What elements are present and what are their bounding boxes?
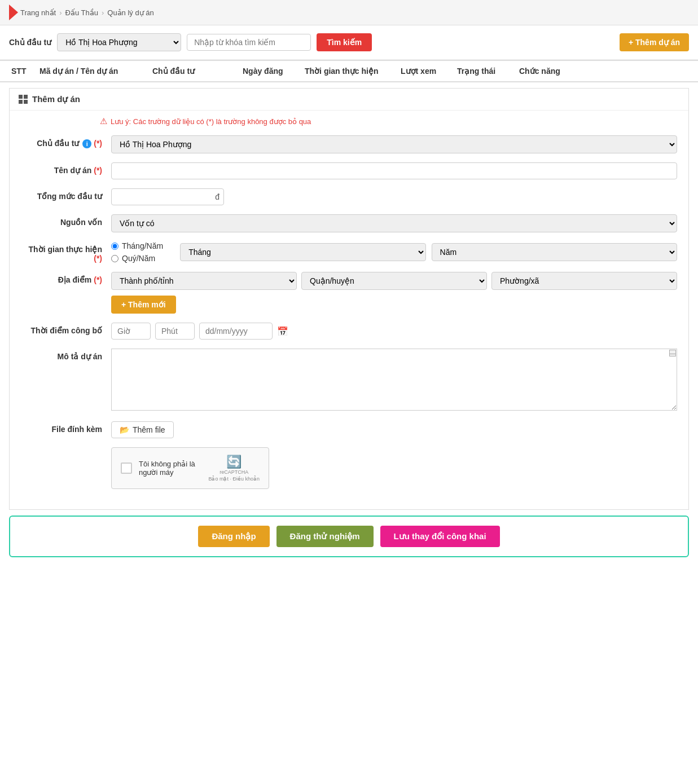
folder-icon: 📂: [120, 425, 129, 434]
phuong-xa-select[interactable]: Phường/xã: [491, 272, 677, 290]
form-title-text: Thêm dự án: [32, 94, 80, 104]
thanh-pho-select[interactable]: Thành phố/tỉnh: [111, 272, 297, 290]
add-project-form: Thêm dự án ⚠ Lưu ý: Các trường dữ liệu c…: [9, 88, 689, 510]
search-button[interactable]: Tìm kiếm: [317, 33, 372, 51]
file-control: 📂 Thêm file: [111, 421, 677, 438]
captcha-footer: Bảo mật · Điều khoản: [208, 476, 260, 482]
file-row: File đính kèm 📂 Thêm file: [21, 421, 677, 438]
breadcrumb-arrow-icon: [9, 5, 18, 20]
info-icon: i: [82, 139, 91, 148]
thoi-diem-label: Thời điểm công bố: [21, 323, 111, 335]
ten-du-an-input[interactable]: [111, 162, 677, 179]
search-input[interactable]: [187, 34, 311, 51]
thoi-gian-row: Thời gian thực hiện (*) Tháng/Năm Quý/Nă…: [21, 241, 677, 263]
chu-dau-tu-label: Chủ đầu tư: [9, 38, 51, 47]
file-label: File đính kèm: [21, 421, 111, 434]
form-title: Thêm dự án: [10, 89, 688, 111]
mo-ta-control: —: [111, 349, 677, 412]
warning-text: Lưu ý: Các trường dữ liệu có (*) là trườ…: [111, 117, 311, 126]
dia-diem-row: Địa điểm (*) Thành phố/tỉnh Quận/huyện P…: [21, 272, 677, 314]
location-row: Thành phố/tỉnh Quận/huyện Phường/xã: [111, 272, 677, 290]
radio-quy-nam-label[interactable]: Quý/Năm: [111, 254, 163, 263]
col-thoi-gian: Thời gian thực hiện: [302, 67, 398, 76]
col-luot-xem: Lượt xem: [398, 67, 455, 76]
captcha-area: Tôi không phải là người máy 🔄 reCAPTCHA …: [21, 447, 677, 489]
textarea-wrapper: —: [111, 349, 677, 412]
col-ma-du-an: Mã dự án / Tên dự án: [37, 67, 150, 76]
nguon-von-row: Nguồn vốn Vốn tự có Vốn nhà nước Vốn ODA: [21, 214, 677, 232]
thoi-gian-time-row: Tháng/Năm Quý/Năm Tháng Năm: [111, 241, 677, 263]
breadcrumb-sep-2: ›: [102, 8, 104, 17]
thang-select[interactable]: Tháng: [180, 243, 425, 261]
dang-thu-nghiem-button[interactable]: Đăng thử nghiệm: [276, 526, 374, 547]
scroll-indicator: —: [669, 350, 676, 356]
radio-thang-nam-label[interactable]: Tháng/Năm: [111, 241, 163, 250]
calendar-icon: 📅: [277, 326, 288, 337]
dang-nhap-button[interactable]: Đăng nhập: [198, 526, 269, 547]
breadcrumb-item-home[interactable]: Trang nhất: [20, 8, 56, 17]
tong-muc-currency-wrapper: đ: [111, 188, 224, 205]
warning-row: ⚠ Lưu ý: Các trường dữ liệu có (*) là tr…: [21, 116, 677, 126]
tong-muc-row: Tổng mức đầu tư đ: [21, 188, 677, 205]
mo-ta-textarea[interactable]: [111, 349, 677, 411]
thoi-gian-required: (*): [94, 254, 102, 263]
breadcrumb: Trang nhất › Đấu Thầu › Quản lý dự án: [0, 0, 698, 25]
phut-input[interactable]: [155, 323, 195, 340]
dia-diem-control: Thành phố/tỉnh Quận/huyện Phường/xã + Th…: [111, 272, 677, 314]
chu-dau-tu-select[interactable]: Hồ Thị Hoa Phượng: [57, 33, 181, 51]
thoi-gian-label: Thời gian thực hiện (*): [21, 241, 111, 263]
captcha-checkbox[interactable]: [121, 463, 132, 474]
currency-symbol: đ: [215, 192, 220, 201]
them-file-button[interactable]: 📂 Thêm file: [111, 421, 174, 438]
tong-muc-label: Tổng mức đầu tư: [21, 188, 111, 201]
date-input[interactable]: [199, 323, 273, 340]
nam-select[interactable]: Năm: [432, 243, 677, 261]
tong-muc-control: đ: [111, 188, 677, 205]
radio-thang-nam[interactable]: [111, 243, 118, 250]
luu-thay-doi-button[interactable]: Lưu thay đổi công khai: [380, 526, 500, 547]
chu-dau-tu-field-select[interactable]: Hồ Thị Hoa Phượng: [111, 135, 677, 153]
ten-du-an-label: Tên dự án (*): [21, 162, 111, 175]
add-project-button[interactable]: + Thêm dự án: [620, 33, 689, 51]
dia-diem-required: (*): [94, 275, 102, 284]
ten-du-an-control: [111, 162, 677, 179]
thoi-diem-control: 📅: [111, 323, 677, 340]
dia-diem-label: Địa điểm (*): [21, 272, 111, 284]
col-chuc-nang: Chức năng: [517, 67, 585, 76]
recaptcha-label: reCAPTCHA: [220, 469, 248, 475]
warning-icon: ⚠: [100, 116, 107, 126]
thoi-gian-control: Tháng/Năm Quý/Năm Tháng Năm: [111, 241, 677, 263]
captcha-text: Tôi không phải là người máy: [139, 460, 201, 477]
tong-muc-input[interactable]: [111, 188, 224, 205]
ten-du-an-row: Tên dự án (*): [21, 162, 677, 179]
breadcrumb-item-dau-thau[interactable]: Đấu Thầu: [65, 8, 98, 17]
chu-dau-tu-required: (*): [94, 139, 102, 148]
breadcrumb-sep-1: ›: [59, 8, 62, 17]
radio-quy-nam[interactable]: [111, 255, 118, 262]
ten-du-an-required: (*): [94, 166, 102, 175]
thoi-gian-radio-group: Tháng/Năm Quý/Năm: [111, 241, 163, 263]
col-ngay-dang: Ngày đăng: [240, 67, 302, 76]
recaptcha-icon: 🔄: [226, 455, 242, 469]
chu-dau-tu-field-label: Chủ đầu tư i (*): [21, 135, 111, 148]
quan-huyen-select[interactable]: Quận/huyện: [301, 272, 487, 290]
nguon-von-control: Vốn tự có Vốn nhà nước Vốn ODA: [111, 214, 677, 232]
captcha-box: Tôi không phải là người máy 🔄 reCAPTCHA …: [111, 447, 269, 489]
chu-dau-tu-control: Hồ Thị Hoa Phượng: [111, 135, 677, 153]
them-moi-button[interactable]: + Thêm mới: [111, 296, 176, 314]
nguon-von-select[interactable]: Vốn tự có Vốn nhà nước Vốn ODA: [111, 214, 677, 232]
mo-ta-row: Mô tả dự án —: [21, 349, 677, 412]
col-stt: STT: [9, 67, 37, 76]
gio-input[interactable]: [111, 323, 151, 340]
datetime-row: 📅: [111, 323, 677, 340]
captcha-logo: 🔄 reCAPTCHA Bảo mật · Điều khoản: [208, 455, 260, 482]
form-body: ⚠ Lưu ý: Các trường dữ liệu có (*) là tr…: [10, 111, 688, 509]
table-header: STT Mã dự án / Tên dự án Chủ đầu tư Ngày…: [0, 60, 698, 82]
breadcrumb-item-quan-ly[interactable]: Quản lý dự án: [107, 8, 154, 17]
mo-ta-label: Mô tả dự án: [21, 349, 111, 361]
bottom-buttons: Đăng nhập Đăng thử nghiệm Lưu thay đổi c…: [9, 516, 689, 557]
top-bar: Chủ đầu tư Hồ Thị Hoa Phượng Tìm kiếm + …: [0, 25, 698, 60]
nguon-von-label: Nguồn vốn: [21, 214, 111, 227]
col-chu-dau-tu: Chủ đầu tư: [150, 67, 240, 76]
col-trang-thai: Trạng thái: [455, 67, 517, 76]
